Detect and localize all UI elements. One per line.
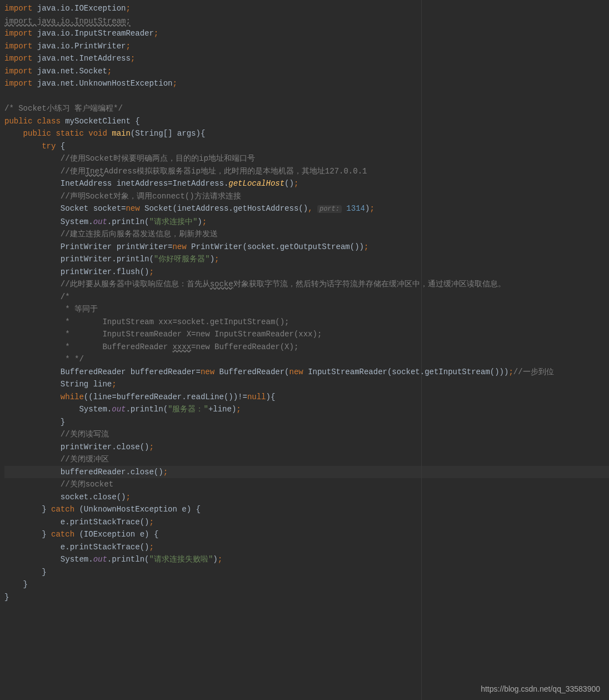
code-line[interactable]: try { (4, 140, 609, 153)
code-token: System. (61, 555, 93, 564)
code-line[interactable]: * */ (4, 353, 609, 366)
code-line[interactable]: import java.io.IOException; (4, 2, 609, 15)
code-token: } (42, 568, 46, 577)
code-line[interactable]: /* (4, 291, 609, 304)
code-line[interactable]: import java.net.UnknownHostException; (4, 77, 609, 90)
code-line[interactable]: bufferedReader.close(); (4, 466, 609, 479)
code-line[interactable]: * InputStream xxx=socket.getInputStream(… (4, 316, 609, 329)
code-line[interactable]: //关闭socket (4, 478, 609, 491)
code-line[interactable]: while((line=bufferedReader.readLine())!=… (4, 391, 609, 404)
code-line[interactable]: * BufferedReader xxxx=new BufferedReader… (4, 341, 609, 354)
code-line[interactable]: String line; (4, 378, 609, 391)
code-line[interactable]: public class mySocketClient { (4, 115, 609, 128)
code-token: printWriter.println( (61, 255, 154, 264)
code-token: catch (51, 505, 79, 514)
code-token: "你好呀服务器" (154, 255, 210, 264)
code-token: * 等同于 (61, 305, 98, 314)
code-line[interactable]: InetAddress inetAddress=InetAddress.getL… (4, 177, 609, 190)
code-line[interactable]: import java.io.PrintWriter; (4, 40, 609, 53)
code-token: ; (172, 79, 177, 88)
code-token: (IOException e) { (79, 530, 158, 539)
code-line[interactable]: import java.net.InetAddress; (4, 52, 609, 65)
code-line[interactable]: Socket socket=new Socket(inetAddress.get… (4, 202, 609, 216)
code-line[interactable]: //使用Socket时候要明确两点，目的的ip地址和端口号 (4, 152, 609, 165)
code-line[interactable]: } (4, 591, 609, 604)
code-token: 对象获取字节流，然后转为话字符流并存储在缓冲区中，通过缓冲区读取信息。 (233, 280, 506, 289)
code-line[interactable]: printWriter.close(); (4, 441, 609, 454)
code-token: InputStreamReader(socket.getInputStream(… (308, 368, 508, 376)
code-line[interactable]: socket.close(); (4, 491, 609, 504)
code-line[interactable]: * 等同于 (4, 303, 609, 316)
code-line[interactable]: public static void main(String[] args){ (4, 127, 609, 140)
code-line[interactable]: System.out.println("请求连接失败啦"); (4, 553, 609, 566)
code-line[interactable]: //建立连接后向服务器发送信息，刷新并发送 (4, 228, 609, 241)
code-token: ; (370, 204, 374, 213)
code-line[interactable]: //声明Socket对象，调用connect()方法请求连接 (4, 190, 609, 203)
code-token: socke (210, 280, 233, 289)
code-area[interactable]: import java.io.IOException;import java.i… (4, 0, 609, 700)
code-token: ; (364, 242, 368, 251)
code-token: Socket(inetAddress.getHostAddress() (144, 204, 308, 213)
code-token: xxxx (172, 342, 191, 351)
code-token: printWriter.close() (61, 443, 149, 451)
code-token: Socket socket= (61, 204, 126, 213)
code-token: main (112, 129, 131, 138)
code-line[interactable]: e.printStackTrace(); (4, 516, 609, 529)
code-token: //声明Socket对象，调用connect()方法请求连接 (61, 192, 241, 201)
code-token: //关闭socket (61, 480, 113, 489)
code-token: ; (294, 179, 298, 188)
code-token: String line (61, 380, 112, 389)
code-token: public static void (23, 129, 112, 138)
code-line[interactable]: } (4, 566, 609, 579)
code-line[interactable]: //此时要从服务器中读取响应信息：首先从socke对象获取字节流，然后转为话字符… (4, 278, 609, 291)
code-token: //使用 (61, 167, 86, 176)
code-token: +line) (208, 405, 236, 414)
code-token: ; (163, 468, 168, 476)
code-line[interactable]: PrintWriter printWriter=new PrintWriter(… (4, 241, 609, 254)
code-line[interactable]: /* Socket小练习 客户端编程*/ (4, 102, 609, 115)
code-line[interactable]: printWriter.flush(); (4, 266, 609, 279)
code-line[interactable]: //使用InetAddress模拟获取服务器ip地址，此时用的是本地机器，其地址… (4, 165, 609, 178)
code-line[interactable]: import java.io.InputStreamReader; (4, 27, 609, 40)
code-line[interactable]: * InputStreamReader X=new InputStreamRea… (4, 328, 609, 341)
code-line[interactable]: } catch (UnknownHostException e) { (4, 503, 609, 516)
code-line[interactable]: System.out.println("请求连接中"); (4, 216, 609, 229)
code-token: , (308, 204, 317, 213)
code-line[interactable] (4, 90, 609, 103)
code-line[interactable]: //关闭缓冲区 (4, 453, 609, 466)
code-token: new (172, 242, 191, 251)
code-line[interactable]: } catch (IOException e) { (4, 528, 609, 541)
editor-gutter (0, 0, 4, 700)
code-line[interactable]: } (4, 578, 609, 591)
code-token: mySocketClient { (65, 117, 139, 126)
code-token: ; (149, 443, 153, 451)
code-token: .println( (107, 217, 149, 226)
code-token: (UnknownHostException e) { (79, 505, 200, 514)
code-token: public class (4, 117, 65, 126)
code-token: * InputStreamReader X=new InputStreamRea… (61, 330, 322, 339)
code-token: ; (126, 4, 130, 13)
code-token: import (4, 54, 37, 63)
code-editor[interactable]: import java.io.IOException;import java.i… (0, 0, 609, 700)
code-token: import java.io.InputStream; (4, 17, 131, 26)
code-line[interactable]: e.printStackTrace(); (4, 541, 609, 554)
code-token: "服务器：" (168, 405, 208, 414)
code-token: } (23, 580, 28, 589)
code-line[interactable]: printWriter.println("你好呀服务器"); (4, 253, 609, 266)
code-token: ) (210, 255, 214, 264)
code-token: ; (107, 67, 112, 76)
code-token: null (247, 393, 266, 401)
code-token: ; (508, 368, 513, 376)
code-line[interactable]: } (4, 416, 609, 429)
code-token: .println( (126, 405, 168, 414)
code-line[interactable]: import java.net.Socket; (4, 65, 609, 78)
code-token: (String[] args){ (131, 129, 205, 138)
code-line[interactable]: System.out.println("服务器："+line); (4, 403, 609, 416)
code-line[interactable]: BufferedReader bufferedReader=new Buffer… (4, 366, 609, 379)
code-token: out (93, 555, 107, 564)
code-token: new (126, 204, 144, 213)
code-line[interactable]: //关闭读写流 (4, 428, 609, 441)
code-token: java.io.PrintWriter (37, 42, 126, 51)
code-line[interactable]: import java.io.InputStream; (4, 15, 609, 28)
code-token: ; (214, 255, 219, 264)
